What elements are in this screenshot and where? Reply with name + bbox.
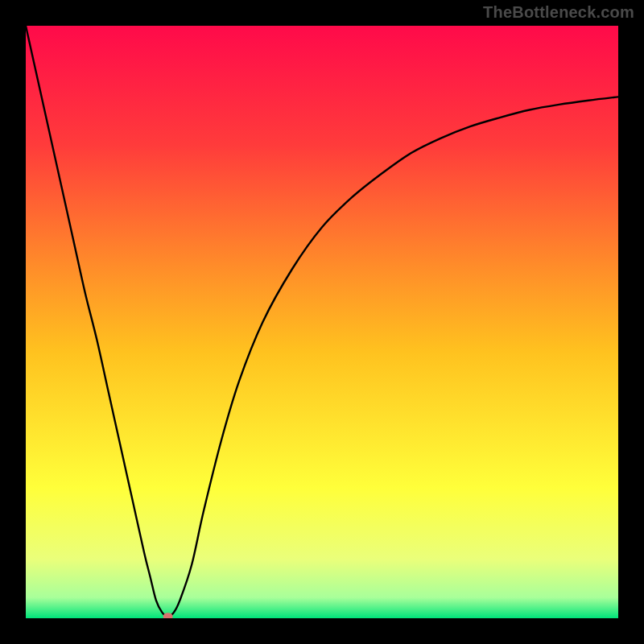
gradient-background: [26, 26, 618, 618]
chart-frame: TheBottleneck.com: [0, 0, 644, 644]
chart-svg: [26, 26, 618, 618]
watermark-text: TheBottleneck.com: [483, 3, 634, 22]
plot-area: [26, 26, 618, 618]
